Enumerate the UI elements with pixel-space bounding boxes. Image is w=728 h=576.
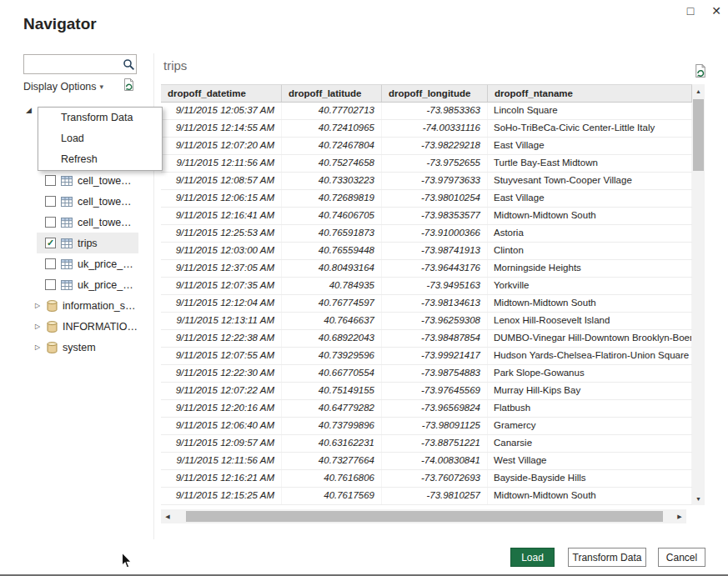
table-row: 9/11/2015 12:08:57 AM40.73303223-73.9797…: [161, 173, 692, 190]
table-cell: 40.76559448: [282, 243, 382, 259]
tree-item-uk-price[interactable]: uk_price_…: [37, 274, 138, 295]
mouse-cursor: [121, 552, 133, 573]
table-row: 9/11/2015 12:03:00 AM40.76559448-73.9874…: [161, 243, 692, 260]
table-cell: -73.96569824: [382, 400, 488, 417]
database-icon: [47, 342, 58, 353]
tree-expanded-arrow-icon[interactable]: ◢: [26, 106, 32, 114]
checkbox-icon[interactable]: [45, 196, 56, 207]
table-cell: 9/11/2015 12:11:56 AM: [161, 155, 282, 172]
close-icon[interactable]: ✕: [708, 4, 725, 18]
table-cell: -73.76072693: [382, 470, 488, 487]
checkbox-icon[interactable]: [45, 279, 56, 290]
cancel-button[interactable]: Cancel: [658, 548, 705, 567]
table-cell: -73.98353577: [382, 208, 488, 224]
table-row: 9/11/2015 12:16:41 AM40.74606705-73.9835…: [161, 208, 692, 225]
table-cell: 40.784935: [282, 278, 382, 294]
horizontal-scrollbar[interactable]: ◀ ▶: [161, 509, 686, 523]
tree-item-cell-towe[interactable]: cell_towe…: [37, 212, 138, 233]
table-icon: [61, 259, 73, 269]
table-cell: 9/11/2015 12:07:55 AM: [161, 348, 282, 364]
table-cell: 9/11/2015 12:16:41 AM: [161, 208, 282, 224]
table-cell: Park Slope-Gowanus: [488, 365, 692, 382]
table-row: 9/11/2015 12:07:20 AM40.72467804-73.9822…: [161, 138, 692, 155]
table-row: 9/11/2015 12:20:16 AM40.64779282-73.9656…: [161, 400, 692, 418]
chevron-down-icon: ▾: [100, 83, 104, 91]
table-cell: -73.9810257: [382, 488, 488, 504]
tree-folder-system[interactable]: ▷system: [33, 337, 145, 358]
maximize-icon[interactable]: □: [682, 4, 699, 18]
table-cell: -74.00331116: [382, 120, 488, 137]
table-cell: Lincoln Square: [488, 103, 692, 119]
table-cell: -73.97645569: [382, 383, 488, 399]
tree-item-cell-towe[interactable]: cell_towe…: [37, 170, 138, 191]
table-row: 9/11/2015 12:16:21 AM40.7616806-73.76072…: [161, 470, 692, 488]
preview-body: 9/11/2015 12:05:37 AM40.77702713-73.9853…: [161, 103, 692, 505]
table-cell: 40.68922043: [282, 330, 382, 347]
search-input[interactable]: [24, 58, 121, 70]
checkbox-icon[interactable]: [45, 258, 56, 269]
table-cell: 9/11/2015 12:07:35 AM: [161, 278, 282, 294]
menu-item-transform-data[interactable]: Transform Data: [38, 108, 162, 128]
scroll-left-icon[interactable]: ◀: [161, 509, 174, 523]
table-cell: 40.75149155: [282, 383, 382, 399]
table-cell: Morningside Heights: [488, 260, 692, 277]
table-cell: 9/11/2015 12:25:53 AM: [161, 225, 282, 242]
table-icon: [61, 197, 73, 207]
table-cell: 9/11/2015 12:03:00 AM: [161, 243, 282, 259]
tree-item-cell-towe[interactable]: cell_towe…: [37, 191, 138, 212]
transform-data-button[interactable]: Transform Data: [568, 548, 646, 567]
load-button[interactable]: Load: [510, 548, 555, 567]
table-cell: 40.7617569: [282, 488, 382, 504]
scroll-up-icon[interactable]: ▲: [692, 84, 705, 98]
search-icon[interactable]: [121, 58, 136, 71]
table-cell: 9/11/2015 12:06:40 AM: [161, 418, 282, 434]
table-cell: 9/11/2015 12:37:05 AM: [161, 260, 282, 277]
table-row: 9/11/2015 12:25:53 AM40.76591873-73.9100…: [161, 225, 692, 243]
chevron-right-icon[interactable]: ▷: [33, 343, 42, 351]
table-row: 9/11/2015 12:22:38 AM40.68922043-73.9848…: [161, 330, 692, 348]
table-row: 9/11/2015 12:05:37 AM40.77702713-73.9853…: [161, 103, 692, 120]
table-cell: East Village: [488, 190, 692, 207]
tree-item-uk-price[interactable]: uk_price_…: [37, 253, 138, 274]
display-options-label: Display Options: [23, 81, 97, 93]
table-row: 9/11/2015 12:22:30 AM40.66770554-73.9875…: [161, 365, 692, 383]
scroll-right-icon[interactable]: ▶: [673, 509, 686, 523]
table-cell: 40.63162231: [282, 435, 382, 452]
tree-folder-informatio[interactable]: ▷INFORMATIO…: [33, 316, 145, 337]
table-cell: 9/11/2015 12:12:04 AM: [161, 295, 282, 312]
preview-title: trips: [163, 58, 187, 73]
table-cell: Murray Hill-Kips Bay: [488, 383, 692, 399]
table-cell: 9/11/2015 12:20:16 AM: [161, 400, 282, 417]
horizontal-scroll-thumb[interactable]: [186, 511, 663, 522]
table-cell: 9/11/2015 12:13:11 AM: [161, 313, 282, 329]
table-cell: Lenox Hill-Roosevelt Island: [488, 313, 692, 329]
refresh-icon[interactable]: [122, 78, 136, 92]
refresh-preview-icon[interactable]: [693, 63, 708, 78]
tree-item-label: trips: [78, 238, 98, 249]
vertical-scroll-thumb[interactable]: [693, 99, 704, 171]
table-cell: -73.97973633: [382, 173, 488, 189]
display-options-dropdown[interactable]: Display Options ▾: [23, 81, 103, 93]
checkbox-icon[interactable]: [45, 217, 56, 228]
tree-item-label: uk_price_…: [78, 279, 133, 291]
table-cell: 40.74606705: [282, 208, 382, 224]
table-cell: -73.98134613: [382, 295, 488, 312]
table-cell: Clinton: [488, 243, 692, 259]
checkbox-icon[interactable]: [45, 175, 56, 186]
chevron-right-icon[interactable]: ▷: [33, 323, 42, 330]
vertical-scrollbar[interactable]: ▲ ▼: [692, 84, 705, 505]
table-icon: [61, 218, 73, 228]
tree-folder-information-s[interactable]: ▷information_s…: [33, 295, 145, 316]
checkbox-checked-icon[interactable]: ✓: [45, 238, 56, 248]
table-cell: 9/11/2015 12:11:56 AM: [161, 453, 282, 469]
table-cell: 40.73303223: [282, 173, 382, 189]
table-cell: -73.91000366: [382, 225, 488, 242]
menu-item-load[interactable]: Load: [38, 128, 162, 149]
chevron-right-icon[interactable]: ▷: [33, 302, 42, 309]
table-cell: Bayside-Bayside Hills: [488, 470, 692, 487]
tree-item-trips[interactable]: ✓trips: [37, 233, 138, 253]
table-cell: -73.88751221: [382, 435, 488, 452]
menu-item-refresh[interactable]: Refresh: [38, 149, 162, 170]
scroll-down-icon[interactable]: ▼: [692, 492, 705, 505]
table-cell: -74.00830841: [382, 453, 488, 469]
